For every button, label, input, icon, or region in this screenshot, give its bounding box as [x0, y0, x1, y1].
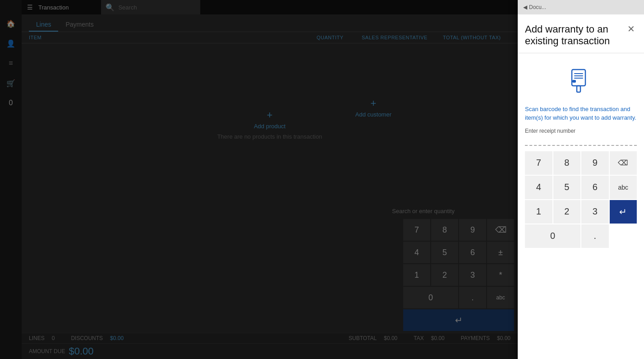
- discounts-label: DISCOUNTS: [71, 335, 103, 341]
- amount-due-value: $0.00: [69, 345, 93, 357]
- numpad-2[interactable]: 2: [431, 264, 458, 286]
- numpad-enter[interactable]: ↵: [403, 309, 514, 331]
- tax-value: $0.00: [431, 335, 445, 341]
- numpad: 7 8 9 ⌫ 4 5 6 ± 1 2 3 * 0 . abc: [403, 219, 514, 331]
- ov-dot[interactable]: .: [581, 224, 609, 248]
- numpad-8[interactable]: 8: [431, 219, 458, 241]
- payments-value: $0.00: [497, 335, 511, 341]
- tabs: Lines Payments: [22, 14, 518, 32]
- svg-rect-13: [577, 86, 580, 92]
- numpad-backspace[interactable]: ⌫: [487, 219, 514, 241]
- tax-label: TAX: [414, 335, 423, 341]
- totals-bar: LINES 0 DISCOUNTS $0.00 SUBTOTAL $0.00 T…: [22, 333, 518, 343]
- ov-3[interactable]: 3: [581, 200, 609, 224]
- barcode-scanner-icon: [565, 64, 597, 96]
- col-quantity: QUANTITY: [317, 35, 362, 40]
- numpad-6[interactable]: 6: [459, 242, 486, 263]
- overlay-body: Scan barcode to find the transaction and…: [518, 53, 644, 359]
- overlay-header: Add warranty to an existing transaction …: [518, 14, 644, 53]
- main-content: ☰ Transaction 🔍 Lines Payments ITEM QUAN…: [22, 0, 518, 359]
- sidebar-icon-cart[interactable]: 🛒: [5, 78, 16, 89]
- back-label: Docu...: [529, 4, 546, 10]
- lines-value: 0: [52, 335, 55, 341]
- svg-rect-11: [574, 75, 583, 76]
- ov-abc[interactable]: abc: [610, 176, 637, 199]
- scan-link[interactable]: item(s): [525, 114, 543, 121]
- receipt-input-label: Enter receipt number: [525, 128, 637, 134]
- ov-4[interactable]: 4: [525, 176, 552, 199]
- tab-payments[interactable]: Payments: [58, 18, 101, 32]
- scan-description: Scan barcode to find the transaction and…: [525, 105, 637, 122]
- ov-8[interactable]: 8: [553, 151, 581, 175]
- search-input[interactable]: [118, 4, 196, 11]
- lines-label: LINES: [29, 335, 45, 341]
- numpad-5[interactable]: 5: [431, 242, 458, 263]
- empty-message: There are no products in this transactio…: [217, 133, 322, 140]
- sidebar: 🏠 👤 ≡ 🛒 0: [0, 0, 22, 359]
- ov-5[interactable]: 5: [553, 176, 581, 199]
- overlay-numpad: 7 8 9 ⌫ 4 5 6 abc 1 2 3 ↵ 0 .: [525, 151, 637, 248]
- sidebar-icon-user[interactable]: 👤: [5, 38, 16, 49]
- ov-enter[interactable]: ↵: [610, 200, 637, 224]
- amount-due-label: AMOUNT DUE: [29, 348, 65, 354]
- numpad-abc[interactable]: abc: [487, 287, 514, 308]
- overlay-title: Add warranty to an existing transaction: [525, 23, 626, 47]
- ov-backspace[interactable]: ⌫: [610, 151, 637, 175]
- numpad-1[interactable]: 1: [403, 264, 430, 286]
- overlay-panel: ◀ Docu... Add warranty to an existing tr…: [518, 0, 644, 359]
- ov-6[interactable]: 6: [581, 176, 609, 199]
- numpad-7[interactable]: 7: [403, 219, 430, 241]
- sidebar-icon-menu[interactable]: ≡: [5, 58, 16, 69]
- quantity-search-label: Search or enter quantity: [392, 208, 455, 214]
- numpad-star[interactable]: *: [487, 264, 514, 286]
- ov-9[interactable]: 9: [581, 151, 609, 175]
- numpad-3[interactable]: 3: [459, 264, 486, 286]
- subtotal-label: SUBTOTAL: [349, 335, 377, 341]
- numpad-4[interactable]: 4: [403, 242, 430, 263]
- topbar: ☰ Transaction 🔍: [22, 0, 518, 14]
- back-button[interactable]: ◀ Docu...: [518, 0, 644, 14]
- search-bar: 🔍: [101, 0, 200, 14]
- numpad-plusminus[interactable]: ±: [487, 242, 514, 263]
- col-item: ITEM: [29, 35, 317, 40]
- search-icon: 🔍: [106, 3, 115, 12]
- bottom-section: Search or enter quantity 7 8 9 ⌫ 4 5 6 ±…: [22, 206, 518, 359]
- col-sales-rep: SALES REPRESENTATIVE: [362, 35, 443, 40]
- svg-rect-14: [572, 80, 576, 83]
- numpad-0[interactable]: 0: [403, 287, 458, 308]
- numpad-9[interactable]: 9: [459, 219, 486, 241]
- topbar-menu-icon[interactable]: ☰: [27, 4, 33, 11]
- svg-rect-10: [574, 73, 583, 74]
- subtotal-value: $0.00: [384, 335, 397, 341]
- ov-1[interactable]: 1: [525, 200, 552, 224]
- scan-icon-area: [525, 61, 637, 99]
- numpad-dot[interactable]: .: [459, 287, 486, 308]
- discounts-value: $0.00: [110, 335, 124, 341]
- table-header: ITEM QUANTITY SALES REPRESENTATIVE TOTAL…: [22, 32, 518, 43]
- tab-lines[interactable]: Lines: [29, 18, 58, 32]
- table-body: + Add customer + Add product There are n…: [22, 43, 518, 206]
- add-customer-button[interactable]: + Add customer: [355, 98, 391, 118]
- add-product-button[interactable]: + Add product: [254, 109, 285, 130]
- ov-0[interactable]: 0: [525, 224, 580, 248]
- payments-label: PAYMENTS: [461, 335, 490, 341]
- transaction-area: Lines Payments ITEM QUANTITY SALES REPRE…: [22, 14, 518, 359]
- ov-2[interactable]: 2: [553, 200, 581, 224]
- ov-7[interactable]: 7: [525, 151, 552, 175]
- receipt-input-section: Enter receipt number: [525, 128, 637, 146]
- sidebar-icon-home[interactable]: 🏠: [5, 18, 16, 29]
- topbar-title: Transaction: [38, 4, 69, 11]
- col-total: TOTAL (WITHOUT TAX): [443, 35, 511, 40]
- back-icon: ◀: [523, 4, 527, 10]
- overlay-close-button[interactable]: ✕: [626, 23, 637, 34]
- receipt-input[interactable]: [525, 134, 637, 146]
- svg-rect-12: [574, 78, 583, 79]
- amount-due: AMOUNT DUE $0.00: [22, 343, 518, 359]
- sidebar-icon-zero[interactable]: 0: [5, 98, 16, 108]
